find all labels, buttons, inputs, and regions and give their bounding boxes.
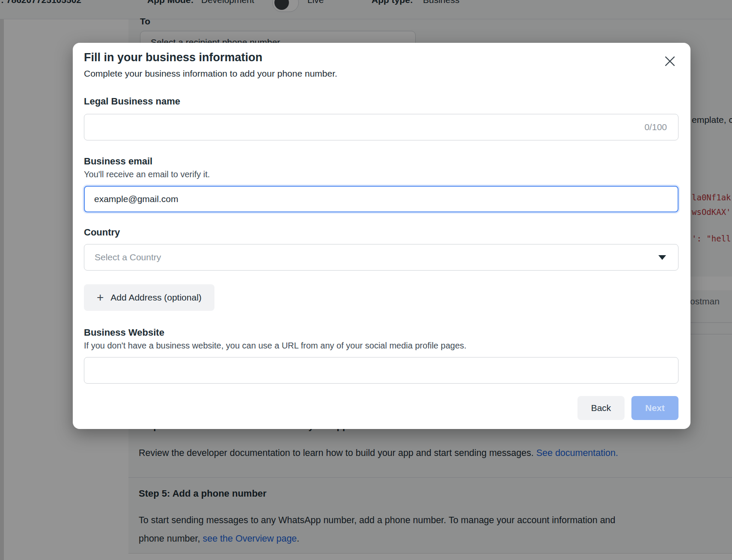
website-label: Business Website (84, 327, 164, 338)
legal-name-label: Legal Business name (84, 96, 180, 107)
next-button[interactable]: Next (631, 396, 678, 420)
country-select[interactable]: Select a Country (84, 244, 678, 271)
website-helper: If you don't have a business website, yo… (84, 341, 467, 351)
email-field (84, 186, 678, 212)
close-icon (664, 55, 676, 69)
country-select-placeholder: Select a Country (84, 252, 161, 262)
business-info-dialog: Fill in your business information Comple… (73, 43, 690, 429)
add-address-button[interactable]: + Add Address (optional) (84, 284, 214, 311)
screen: : 786207725105502 App Mode: Development … (0, 0, 732, 560)
legal-name-field: 0/100 (84, 114, 678, 140)
email-input[interactable] (85, 187, 678, 211)
dialog-subtitle: Complete your business information to ad… (84, 67, 337, 80)
back-button[interactable]: Back (577, 396, 625, 420)
email-label: Business email (84, 156, 152, 167)
country-label: Country (84, 227, 120, 238)
email-helper: You'll receive an email to verify it. (84, 170, 210, 179)
chevron-down-icon (658, 255, 666, 260)
website-field (84, 357, 678, 384)
add-address-label: Add Address (optional) (110, 292, 201, 303)
dialog-footer: Back Next (577, 396, 678, 420)
dialog-title: Fill in your business information (84, 49, 262, 66)
website-input[interactable] (84, 357, 678, 383)
plus-icon: + (97, 292, 104, 304)
char-counter: 0/100 (644, 122, 678, 132)
legal-name-input[interactable] (84, 114, 644, 140)
close-button[interactable] (662, 54, 678, 69)
